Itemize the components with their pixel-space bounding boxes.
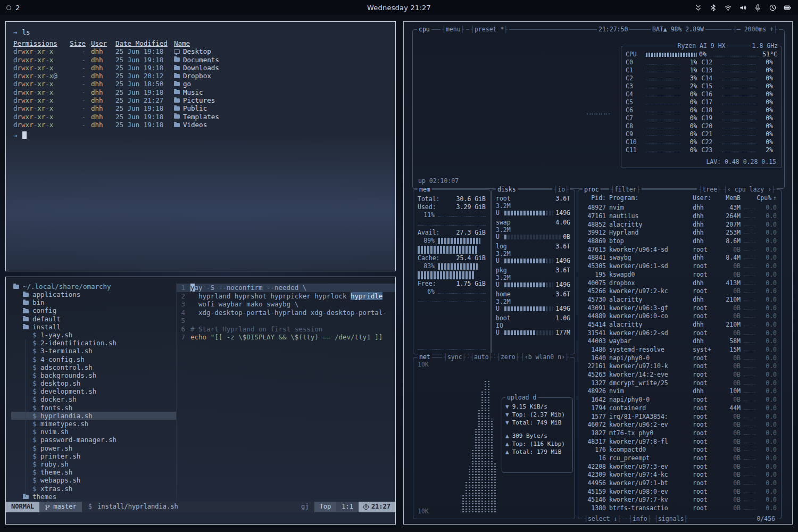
proc-header-pid[interactable]: Pid: xyxy=(583,194,606,202)
process-row[interactable]: 39912Hyprlanddhh253M0.0 xyxy=(583,229,777,237)
tree-item[interactable]: hyprlandia.sh xyxy=(11,412,176,420)
process-row[interactable]: 47161nautilusdhh264M0.0 xyxy=(583,212,777,221)
tree-item[interactable]: desktop.sh xyxy=(11,379,176,387)
tree-item[interactable]: mimetypes.sh xyxy=(11,420,176,428)
signals-button[interactable]: signals xyxy=(653,515,689,523)
net-zero-button[interactable]: zero xyxy=(495,353,521,361)
tree-item[interactable]: bin xyxy=(11,298,176,306)
tree-view-button[interactable]: tree xyxy=(697,186,722,194)
process-row[interactable]: 22161kworker/u97:10-kroot0B0.0 xyxy=(583,362,777,371)
tree-item[interactable]: development.sh xyxy=(11,387,176,395)
process-row[interactable]: 195kswapd0root0B0.0 xyxy=(583,271,777,279)
code-editor[interactable]: 1yay -S --noconfirm --needed \2 hyprland… xyxy=(176,282,395,502)
preset-button[interactable]: preset * xyxy=(469,26,509,34)
tree-item[interactable]: power.sh xyxy=(11,444,176,452)
process-row[interactable]: 42208kworker/u97:3-evroot0B0.0 xyxy=(583,462,777,471)
tree-item[interactable]: 1-yay.sh xyxy=(11,331,176,339)
net-auto-button[interactable]: auto xyxy=(469,353,494,361)
tree-item[interactable]: adscontrol.sh xyxy=(11,363,176,371)
tree-item[interactable]: printer.sh xyxy=(11,452,176,460)
net-sync-button[interactable]: sync xyxy=(442,353,468,361)
process-row[interactable]: 1794containerdroot44M0.0 xyxy=(583,404,777,413)
process-row[interactable]: 1577irq/81-PIXA3854:root0B0.0 xyxy=(583,412,777,421)
tree-item[interactable]: ~/.local/share/omarchy xyxy=(11,282,176,290)
microphone-icon[interactable] xyxy=(754,4,762,12)
process-row[interactable]: 48841swaybgdhh8.4M0.0 xyxy=(583,254,777,262)
tree-item[interactable]: 3-terminal.sh xyxy=(11,347,176,355)
proc-header-user[interactable]: User: xyxy=(693,194,716,202)
tree-item[interactable]: backgrounds.sh xyxy=(11,371,176,379)
tree-item[interactable]: themes xyxy=(11,493,176,501)
process-row[interactable]: 48927nvimdhh43M0.0 xyxy=(583,204,777,212)
cpu-core-row: C70%C190% xyxy=(626,114,777,122)
date-cell: 25 Jun 19:18 xyxy=(115,113,169,121)
tree-item[interactable]: theme.sh xyxy=(11,468,176,476)
process-row[interactable]: 1642napi/phy0-0root0B0.0 xyxy=(583,396,777,404)
tree-item[interactable]: password-manager.sh xyxy=(11,436,176,444)
tree-item[interactable]: applications xyxy=(11,290,176,298)
select-button[interactable]: select ↓ xyxy=(583,515,622,523)
disk-name-row: pkg3.6T xyxy=(496,267,570,274)
process-row[interactable]: 42309kworker/u97:4-kcroot0B0.0 xyxy=(583,471,777,479)
proc-header-cpu[interactable]: Cpu%↑ xyxy=(759,194,777,202)
process-row[interactable]: 1640napi/phy0-0root0B0.0 xyxy=(583,354,777,362)
prompt-line-active[interactable] xyxy=(13,131,388,139)
process-row[interactable]: 45263kworker/14:2-everoot0B0.0 xyxy=(583,371,777,379)
process-row[interactable]: 40075dropboxdhh413M0.0 xyxy=(583,279,777,287)
wifi-icon[interactable] xyxy=(724,4,732,12)
status-circle-icon[interactable] xyxy=(769,4,777,12)
process-row[interactable]: 176kcompactd0root0B0.0 xyxy=(583,446,777,454)
process-row[interactable]: 45266kworker/u97:2-kcroot0B0.0 xyxy=(583,287,777,296)
tree-item[interactable]: config xyxy=(11,307,176,315)
filter-button[interactable]: filter xyxy=(609,186,642,194)
process-row[interactable]: 48317kworker/u97:8-flroot0B0.0 xyxy=(583,437,777,446)
proc-header-program[interactable]: Program: xyxy=(609,194,689,202)
tree-item[interactable]: default xyxy=(11,315,176,323)
tree-item[interactable]: ruby.sh xyxy=(11,460,176,468)
tree-item[interactable]: fonts.sh xyxy=(11,404,176,412)
process-row[interactable]: 45146kworker/u97:7-kvroot0B0.0 xyxy=(583,496,777,504)
workspace-indicator[interactable]: 2 xyxy=(6,4,20,12)
process-row[interactable]: 47613kworker/u96:4-sdroot0B0.0 xyxy=(583,245,777,254)
process-row[interactable]: 44889kworker/u96:0-coroot0B0.0 xyxy=(583,312,777,321)
process-row[interactable]: 1486systemd-resolvesyst+15M0.0 xyxy=(583,346,777,354)
process-row[interactable]: 45414alacrittydhh210M0.0 xyxy=(583,321,777,329)
info-button[interactable]: info xyxy=(627,515,653,523)
bluetooth-icon[interactable] xyxy=(709,4,717,12)
process-row[interactable]: 46072kworker/u96:2-evroot0B0.0 xyxy=(583,421,777,429)
process-row[interactable]: 43091kworker/u96:3-gfroot0B0.0 xyxy=(583,304,777,312)
process-row[interactable]: 48852alacrittydhh207M0.0 xyxy=(583,220,777,229)
tree-item[interactable]: docker.sh xyxy=(11,396,176,404)
tree-item[interactable]: install xyxy=(11,323,176,331)
process-row[interactable]: 44956kworker/u97:1-btroot0B0.0 xyxy=(583,479,777,488)
process-row[interactable]: 48869btopdhh8.6M0.0 xyxy=(583,237,777,246)
process-row[interactable]: 1327dmcrypt_write/25root0B0.0 xyxy=(583,379,777,387)
battery-icon[interactable] xyxy=(784,4,792,12)
process-row[interactable]: 1827mt76-tx phy0root0B0.0 xyxy=(583,429,777,438)
process-row[interactable]: 48926nvimdhh10M0.0 xyxy=(583,387,777,396)
tree-item[interactable]: 2-identification.sh xyxy=(11,339,176,347)
process-row[interactable]: 1380btrfs-transactioroot0B0.0 xyxy=(583,504,777,513)
sort-selector-button[interactable]: ‹ cpu lazy › xyxy=(722,186,777,194)
user-cell: dhh xyxy=(91,47,110,55)
tree-item[interactable]: 4-config.sh xyxy=(11,355,176,363)
disk-meter xyxy=(504,259,553,263)
net-interface-button[interactable]: ‹b wlan0 n› xyxy=(519,353,570,361)
tree-item[interactable]: xtras.sh xyxy=(11,485,176,493)
tree-item[interactable]: webapps.sh xyxy=(11,477,176,485)
tree-item[interactable]: nvim.sh xyxy=(11,428,176,436)
volume-icon[interactable] xyxy=(739,4,747,12)
workspace-number[interactable]: 2 xyxy=(15,4,20,12)
direction-arrow-icon: ▲ xyxy=(505,432,509,440)
process-row[interactable]: 16rcu_preemptroot0B0.0 xyxy=(583,454,777,463)
process-row[interactable]: 31541kworker/u96:2-sdroot0B0.0 xyxy=(583,329,777,337)
update-interval-button[interactable]: ─ 2000ms + xyxy=(732,26,779,34)
menu-button[interactable]: menu xyxy=(440,26,466,34)
io-mode-button[interactable]: io xyxy=(552,186,570,194)
process-row[interactable]: 45730alacrittydhh210M0.0 xyxy=(583,296,777,304)
process-row[interactable]: 45305kworker/u96:1-sdroot0B0.0 xyxy=(583,262,777,271)
process-row[interactable]: 44003waybardhh58M0.0 xyxy=(583,337,777,346)
process-row[interactable]: 45159kworker/u98:0-evroot0B0.0 xyxy=(583,487,777,496)
tray-expand-icon[interactable] xyxy=(694,4,702,12)
proc-header-mem[interactable]: MemB xyxy=(719,194,741,202)
